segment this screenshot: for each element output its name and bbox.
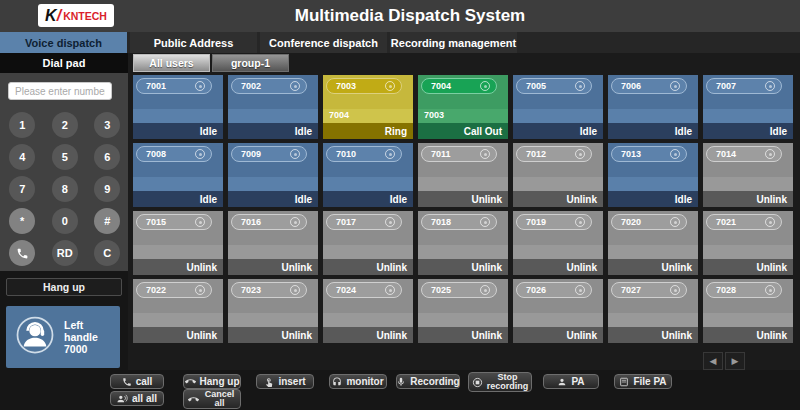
extension-tile-7015[interactable]: 7015 Unlink <box>133 211 223 275</box>
extension-number-pill[interactable]: 7002 <box>231 78 307 94</box>
file-pa-button[interactable]: File PA <box>614 374 672 389</box>
extension-number-pill[interactable]: 7019 <box>516 214 592 230</box>
dial-key-0[interactable]: 0 <box>52 208 78 234</box>
extension-tile-7013[interactable]: 7013 Idle <box>608 143 698 207</box>
tile-body-upper <box>703 97 793 109</box>
tab-recording-management[interactable]: Recording management <box>390 32 517 53</box>
monitor-button[interactable]: monitor <box>329 374 387 389</box>
extension-number-pill[interactable]: 7012 <box>516 146 592 162</box>
extension-tile-7024[interactable]: 7024 Unlink <box>323 279 413 343</box>
tile-body-upper <box>133 97 223 109</box>
extension-tile-7022[interactable]: 7022 Unlink <box>133 279 223 343</box>
extension-number-pill[interactable]: 7005 <box>516 78 592 94</box>
prev-page-button[interactable]: ◀ <box>703 352 723 370</box>
dial-key-2[interactable]: 2 <box>52 112 78 138</box>
extension-number-pill[interactable]: 7003 <box>326 78 402 94</box>
extension-number-pill[interactable]: 7024 <box>326 282 402 298</box>
extension-number-pill[interactable]: 7001 <box>136 78 212 94</box>
dial-key-c[interactable]: C <box>94 240 120 266</box>
extension-tile-7008[interactable]: 7008 Idle <box>133 143 223 207</box>
extension-tile-7026[interactable]: 7026 Unlink <box>513 279 603 343</box>
extension-tile-7012[interactable]: 7012 Unlink <box>513 143 603 207</box>
operator-status-box[interactable]: Left handle 7000 <box>6 306 120 368</box>
extension-number-pill[interactable]: 7011 <box>421 146 497 162</box>
extension-number-pill[interactable]: 7004 <box>421 78 497 94</box>
extension-number: 7027 <box>612 285 670 295</box>
extension-tile-7027[interactable]: 7027 Unlink <box>608 279 698 343</box>
extension-number-pill[interactable]: 7023 <box>231 282 307 298</box>
cancel-all-button[interactable]: Cancel all <box>183 389 241 409</box>
extension-tile-7028[interactable]: 7028 Unlink <box>703 279 793 343</box>
extension-tile-7017[interactable]: 7017 Unlink <box>323 211 413 275</box>
group-tab-group-1[interactable]: group-1 <box>212 54 289 72</box>
extension-number-pill[interactable]: 7010 <box>326 146 402 162</box>
extension-tile-7023[interactable]: 7023 Unlink <box>228 279 318 343</box>
insert-button[interactable]: insert <box>256 374 314 389</box>
extension-number-pill[interactable]: 7025 <box>421 282 497 298</box>
extension-tile-7014[interactable]: 7014 Unlink <box>703 143 793 207</box>
next-page-button[interactable]: ▶ <box>725 352 745 370</box>
extension-number-pill[interactable]: 7009 <box>231 146 307 162</box>
extension-number-pill[interactable]: 7013 <box>611 146 687 162</box>
extension-tile-7007[interactable]: 7007 Idle <box>703 75 793 139</box>
extension-number-pill[interactable]: 7018 <box>421 214 497 230</box>
extension-tile-7002[interactable]: 7002 Idle <box>228 75 318 139</box>
extension-tile-7018[interactable]: 7018 Unlink <box>418 211 508 275</box>
status-bar: Unlink <box>513 259 603 275</box>
extension-number-pill[interactable]: 7028 <box>706 282 782 298</box>
dial-key-pound[interactable]: # <box>94 208 120 234</box>
extension-tile-7021[interactable]: 7021 Unlink <box>703 211 793 275</box>
dial-key-6[interactable]: 6 <box>94 144 120 170</box>
extension-number-pill[interactable]: 7014 <box>706 146 782 162</box>
extension-number-pill[interactable]: 7020 <box>611 214 687 230</box>
extension-tile-7005[interactable]: 7005 Idle <box>513 75 603 139</box>
dial-key-4[interactable]: 4 <box>9 144 35 170</box>
dial-key-5[interactable]: 5 <box>52 144 78 170</box>
extension-tile-7010[interactable]: 7010 Idle <box>323 143 413 207</box>
tab-public-address[interactable]: Public Address <box>130 32 257 53</box>
dial-key-9[interactable]: 9 <box>94 176 120 202</box>
call-button[interactable]: call <box>110 374 164 389</box>
extension-number-pill[interactable]: 7027 <box>611 282 687 298</box>
pa-button[interactable]: PA <box>543 374 599 389</box>
all-all-button[interactable]: all all <box>110 391 164 406</box>
extension-number-pill[interactable]: 7017 <box>326 214 402 230</box>
extension-tile-7025[interactable]: 7025 Unlink <box>418 279 508 343</box>
extension-tile-7003[interactable]: 7003 7004 Ring <box>323 75 413 139</box>
extension-tile-7009[interactable]: 7009 Idle <box>228 143 318 207</box>
stop-recording-button[interactable]: Stop recording <box>468 372 532 392</box>
extension-number-pill[interactable]: 7008 <box>136 146 212 162</box>
dial-key-rd[interactable]: RD <box>52 240 78 266</box>
extension-number-pill[interactable]: 7016 <box>231 214 307 230</box>
tab-voice-dispatch[interactable]: Voice dispatch <box>0 32 127 53</box>
extension-tile-7020[interactable]: 7020 Unlink <box>608 211 698 275</box>
extension-number-pill[interactable]: 7022 <box>136 282 212 298</box>
dial-key-7[interactable]: 7 <box>9 176 35 202</box>
extension-number-pill[interactable]: 7015 <box>136 214 212 230</box>
extension-number-pill[interactable]: 7007 <box>706 78 782 94</box>
extension-tile-7011[interactable]: 7011 Unlink <box>418 143 508 207</box>
number-input[interactable] <box>8 82 112 100</box>
extension-number-pill[interactable]: 7026 <box>516 282 592 298</box>
extension-tile-7006[interactable]: 7006 Idle <box>608 75 698 139</box>
extension-number: 7022 <box>137 285 195 295</box>
extension-tile-7016[interactable]: 7016 Unlink <box>228 211 318 275</box>
extension-tile-7019[interactable]: 7019 Unlink <box>513 211 603 275</box>
hang-up-button[interactable]: Hang up <box>6 278 122 296</box>
status-bar: Call Out <box>418 123 508 139</box>
extension-number-pill[interactable]: 7006 <box>611 78 687 94</box>
recording-button[interactable]: Recording <box>396 374 460 389</box>
extension-tile-7004[interactable]: 7004 7003 Call Out <box>418 75 508 139</box>
tab-conference-dispatch[interactable]: Conference dispatch <box>260 32 387 53</box>
extension-number-pill[interactable]: 7021 <box>706 214 782 230</box>
dial-key-star[interactable]: * <box>9 208 35 234</box>
status-label: Idle <box>200 194 223 205</box>
dial-key-1[interactable]: 1 <box>9 112 35 138</box>
dial-key-call[interactable] <box>9 240 35 266</box>
dial-key-3[interactable]: 3 <box>94 112 120 138</box>
group-tab-all-users[interactable]: All users <box>133 54 210 72</box>
dial-key-8[interactable]: 8 <box>52 176 78 202</box>
extension-tile-7001[interactable]: 7001 Idle <box>133 75 223 139</box>
hang-up-button[interactable]: Hang up <box>183 374 241 389</box>
extension-number: 7006 <box>612 81 670 91</box>
